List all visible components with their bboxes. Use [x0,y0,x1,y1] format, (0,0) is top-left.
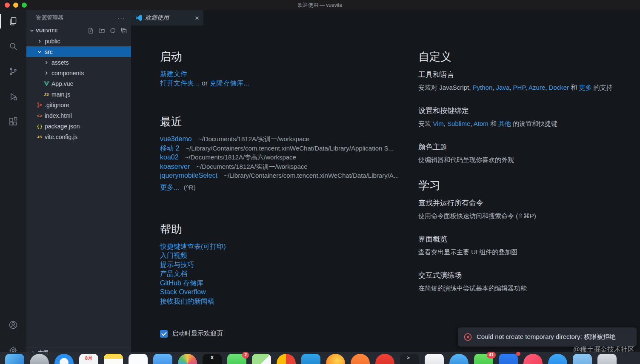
dock-icon-chrome[interactable] [277,354,296,364]
chevron-down-icon [29,28,35,34]
dock-icon-music[interactable] [523,354,543,364]
card-tools-languages[interactable]: 工具和语言 安装对 JavaScript, Python, Java, PHP,… [418,70,640,92]
activity-bar [0,10,26,364]
help-link-keyboard-cheatsheet[interactable]: 快捷键速查表(可打印) [160,243,226,250]
dock-icon-dictionary[interactable] [425,354,444,364]
git-file-icon [36,102,43,108]
dock-icon-terminal[interactable]: >_ [400,354,419,364]
help-link-intro-videos[interactable]: 入门视频 [160,252,187,259]
clone-repo-link[interactable]: 克隆存储库... [209,80,249,87]
inline-link[interactable]: 其他 [498,120,511,127]
tab-welcome[interactable]: 欢迎使用 × [131,10,203,26]
close-window-button[interactable] [5,3,10,8]
learn-heading: 学习 [418,178,640,193]
tree-item-public[interactable]: public [26,36,131,46]
dock-icon-vscode[interactable] [301,354,320,364]
recent-name-link[interactable]: koaserver [160,162,190,171]
dock-icon-photos[interactable] [178,354,197,364]
activity-run-debug-button[interactable] [0,86,26,107]
recent-name-link[interactable]: vue3demo [160,134,192,144]
new-folder-icon[interactable] [98,27,106,34]
dock-icon-mail[interactable] [153,354,172,364]
inline-link[interactable]: 更多 [579,84,591,91]
dock-icon-reminders[interactable] [129,354,148,364]
refresh-icon[interactable] [109,27,117,34]
dock-icon-calendar[interactable]: 8月 [79,354,98,364]
explorer-section-vuevite[interactable]: VUEVITE [26,26,131,36]
dock-icon-system-settings[interactable] [30,354,49,364]
tree-item-main-js[interactable]: JS main.js [26,89,131,100]
card-interface-overview[interactable]: 界面概览 查看突出显示主要 UI 组件的叠加图 [418,234,640,256]
open-folder-link[interactable]: 打开文件夹... [160,80,200,87]
error-notification[interactable]: Could not create temporary directory: 权限… [458,327,637,347]
help-link-tips-tricks[interactable]: 提示与技巧 [160,261,194,268]
tree-item-src[interactable]: src [26,46,131,57]
tree-item-package-json[interactable]: { } package.json [26,121,131,131]
welcome-right-column: 自定义 工具和语言 安装对 JavaScript, Python, Java, … [418,49,640,364]
explorer-sidebar: 资源管理器 ··· VUEVITE [26,10,131,364]
dock-icon-downloads-folder[interactable] [573,354,592,364]
zoom-window-button[interactable] [22,3,27,8]
dock-icon-qq[interactable] [449,354,469,364]
inline-link[interactable]: Sublime [447,120,470,127]
more-actions-icon[interactable]: ··· [117,14,125,22]
minimize-window-button[interactable] [13,3,18,8]
account-button[interactable] [0,315,26,335]
tree-item-assets[interactable]: assets [26,57,131,68]
recent-name-link[interactable]: koa02 [160,153,179,162]
dock-icon-messages[interactable]: 2 [227,354,246,364]
recent-item[interactable]: koa02 ~/Documents/1812A/专高六/workspace [160,153,418,162]
card-interactive-playground[interactable]: 交互式演练场 在简短的演练中尝试基本的编辑器功能 [418,270,640,293]
activity-search-button[interactable] [0,36,26,57]
dock-icon-twitter-x[interactable]: X [203,354,222,364]
tree-item-vite-config-js[interactable]: JS vite.config.js [26,131,131,142]
show-welcome-checkbox[interactable] [160,330,168,338]
recent-item[interactable]: koaserver ~/Documents/1812A/实训一/workspac… [160,162,418,171]
dock-icon-appstore[interactable] [548,354,567,364]
recent-item[interactable]: jquerymobileSelect ~/Library/Containers/… [160,171,418,180]
dock-icon-notes[interactable] [104,354,123,364]
recent-item[interactable]: vue3demo ~/Documents/1812A/实训一/workspace [160,134,418,144]
help-link-github-repo[interactable]: GitHub 存储库 [160,279,203,287]
dock-icon-trash[interactable] [597,354,617,364]
recent-path: ~/Documents/1812A/实训一/workspace [196,162,307,171]
dock-icon-juejin[interactable] [499,354,518,364]
recent-name-link[interactable]: jquerymobileSelect [160,171,217,180]
dock-icon-finder[interactable] [5,354,24,364]
inline-link[interactable]: Atom [474,120,489,127]
collapse-all-icon[interactable] [120,27,128,34]
activity-source-control-button[interactable] [0,61,26,82]
card-color-theme[interactable]: 颜色主题 使编辑器和代码呈现你喜欢的外观 [418,142,640,164]
help-link-stack-overflow[interactable]: Stack Overflow [160,288,206,296]
help-link-newsletter[interactable]: 接收我们的新闻稿 [160,298,214,305]
activity-explorer-button[interactable] [0,11,26,31]
inline-link[interactable]: Vim [433,120,444,127]
dock-icon-netease-music[interactable] [375,354,394,364]
tree-item-app-vue[interactable]: App.vue [26,78,131,89]
dock-icon-firefox[interactable] [326,354,345,364]
dock-icon-safari[interactable] [54,354,74,364]
recent-more-shortcut: (^R) [184,184,196,191]
run-debug-icon [8,91,18,102]
inline-link[interactable]: Docker [549,84,569,91]
recent-more-link[interactable]: 更多... [160,184,179,191]
dock-icon-postman[interactable] [351,354,370,364]
card-find-run-commands[interactable]: 查找并运行所有命令 使用命令面板快速访问和搜索命令 (⇧⌘P) [418,198,640,220]
card-settings-keybindings[interactable]: 设置和按键绑定 安装 Vim, Sublime, Atom 和 其他 的设置和快… [418,106,640,128]
inline-link[interactable]: Java [496,84,510,91]
inline-link[interactable]: PHP [513,84,526,91]
dock-icon-wechat[interactable]: 41 [474,354,493,364]
recent-name-link[interactable]: 移动 2 [160,144,179,153]
tab-close-icon[interactable]: × [195,14,199,22]
dock-icon-maps[interactable] [252,354,271,364]
new-file-icon[interactable] [87,27,94,34]
help-link-product-docs[interactable]: 产品文档 [160,270,187,277]
tree-item-components[interactable]: components [26,68,131,78]
tree-item-index-html[interactable]: <> index.html [26,110,131,121]
tree-item-gitignore[interactable]: .gitignore [26,100,131,110]
inline-link[interactable]: Azure [529,84,545,91]
activity-extensions-button[interactable] [0,111,26,132]
inline-link[interactable]: Python [473,84,493,91]
recent-item[interactable]: 移动 2 ~/Library/Containers/com.tencent.xi… [160,144,418,153]
new-file-link[interactable]: 新建文件 [160,70,187,77]
